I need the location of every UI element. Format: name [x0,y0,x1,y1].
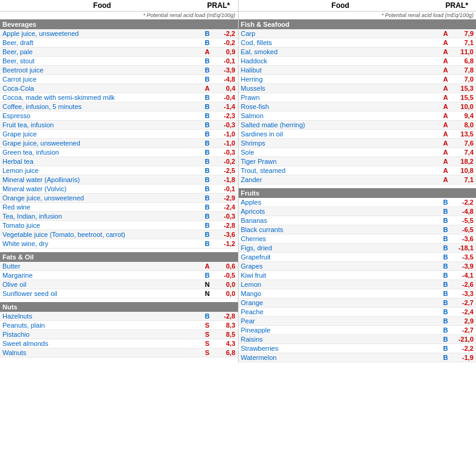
food-name[interactable]: Pistachio [2,331,203,338]
food-name[interactable]: Haddock [241,57,441,65]
food-name[interactable]: Mineral water (Volvic) [2,185,203,192]
food-name[interactable]: Tiger Prawn [241,158,441,165]
pral-letter: B [203,231,212,238]
food-name[interactable]: White wine, dry [2,240,203,247]
food-name[interactable]: Coca-Cola [2,85,203,92]
food-name[interactable]: Tomato juice [2,222,203,229]
food-name[interactable]: Eal, smoked [241,48,441,55]
food-name[interactable]: Red wine [2,203,203,211]
food-name[interactable]: Raisins [241,336,441,343]
food-name[interactable]: Cocoa, made with semi-skimmed milk [2,94,203,101]
food-name[interactable]: Peanuts, plain [2,322,203,329]
food-name[interactable]: Espresso [2,112,203,119]
food-name[interactable]: Pear [241,317,441,325]
food-name[interactable]: Salmon [241,112,441,119]
food-name[interactable]: Shrimps [241,139,441,147]
food-name[interactable]: Orange juice, unsweetened [2,194,203,202]
food-name[interactable]: Beer, draft [2,39,203,46]
food-name[interactable]: Trout, steamed [241,167,441,174]
food-name[interactable]: Carp [241,30,441,37]
pral-value: -1,4 [212,103,236,110]
pral-value: -0,3 [212,213,236,220]
food-name[interactable]: Pineapple [241,326,441,334]
food-name[interactable]: Orange [241,299,441,306]
food-name[interactable]: Vegetable juice (Tomato, beetroot, carro… [2,231,203,238]
pral-value: -6,5 [450,226,474,233]
pral-letter: B [441,272,450,279]
pral-letter: A [441,57,450,65]
food-name[interactable]: Figs, dried [241,244,441,252]
food-name[interactable]: Beer, pale [2,48,203,55]
food-name[interactable]: Apple juice, unsweetened [2,30,203,37]
food-name[interactable]: Bananas [241,217,441,224]
food-name[interactable]: Sole [241,149,441,156]
pral-letter: A [441,103,450,110]
food-name[interactable]: Green tea, infusion [2,149,203,156]
table-row: CarpA7,9 [239,29,477,38]
food-name[interactable]: Walnuts [2,349,203,356]
food-name[interactable]: Mussels [241,85,441,92]
table-row: GrapefruitB-3,5 [239,253,477,262]
food-name[interactable]: Cod, fillets [241,39,441,46]
food-name[interactable]: Carrot juice [2,76,203,83]
food-name[interactable]: Apples [241,199,441,206]
pral-letter: B [203,158,212,165]
table-row: Figs, driedB-18,1 [239,244,477,253]
food-name[interactable]: Apricots [241,208,441,215]
food-name[interactable]: Prawn [241,94,441,101]
food-name[interactable]: Beetroot juice [2,66,203,74]
food-name[interactable]: Sweet almonds [2,340,203,347]
food-name[interactable]: Strawberries [241,345,441,352]
pral-value: -1,0 [212,139,236,147]
pral-value: 7,6 [450,139,474,147]
pral-value: -2,7 [450,326,474,334]
food-name[interactable]: Peache [241,308,441,315]
pral-value: -2,9 [212,194,236,202]
food-name[interactable]: Mineral water (Apollinaris) [2,176,203,183]
pral-header: PRAL* [202,1,236,10]
food-name[interactable]: Butter [2,262,203,270]
food-name[interactable]: Herbal tea [2,158,203,165]
table-row: Cod, filletsA7,1 [239,38,477,48]
food-name[interactable]: Zander [241,176,441,183]
pral-letter: N [203,281,212,288]
food-name[interactable]: Grape juice, unsweetened [2,139,203,147]
food-name[interactable]: Beer, stout [2,57,203,65]
food-name[interactable]: Margarine [2,272,203,279]
food-name[interactable]: Grapes [241,262,441,270]
food-name[interactable]: Sardines in oil [241,130,441,138]
food-name[interactable]: Fruit tea, infusion [2,121,203,129]
food-name[interactable]: Halibut [241,66,441,74]
pral-value: -3,6 [212,231,236,238]
pral-value: 10,8 [450,167,474,174]
table-row: CherriesB-3,6 [239,234,477,244]
table-row: ShrimpsA7,6 [239,139,477,148]
table-row: Lemon juiceB-2,5 [0,166,238,175]
pral-value: -0,3 [212,149,236,156]
food-name[interactable]: Tea, Indian, infusion [2,213,203,220]
food-name[interactable]: Salted matie (herring) [241,121,441,129]
food-name[interactable]: Olive oil [2,281,203,288]
food-name[interactable]: Grape juice [2,130,203,138]
pral-letter: B [441,308,450,315]
food-name[interactable]: Coffee, infusion, 5 minutes [2,103,203,110]
food-name[interactable]: Lemon juice [2,167,203,174]
food-name[interactable]: Kiwi fruit [241,272,441,279]
table-row: Kiwi fruitB-4,1 [239,271,477,280]
food-name[interactable]: Watermelon [241,354,441,361]
category-header-1: Fruits [239,188,477,198]
food-name[interactable]: Cherries [241,235,441,242]
food-name[interactable]: Black currants [241,226,441,233]
food-name[interactable]: Mango [241,290,441,297]
food-name[interactable]: Herring [241,76,441,83]
pral-letter: S [203,349,212,356]
food-name[interactable]: Lemon [241,281,441,288]
pral-value: -4,8 [212,76,236,83]
table-row: SoleA7,4 [239,148,477,157]
food-name[interactable]: Grapefruit [241,253,441,261]
food-name[interactable]: Sunflower seed oil [2,290,203,297]
pral-letter: B [203,185,212,192]
food-name[interactable]: Rose-fish [241,103,441,110]
food-name[interactable]: Hazelnuts [2,312,203,320]
table-row: PearB2,9 [239,317,477,326]
